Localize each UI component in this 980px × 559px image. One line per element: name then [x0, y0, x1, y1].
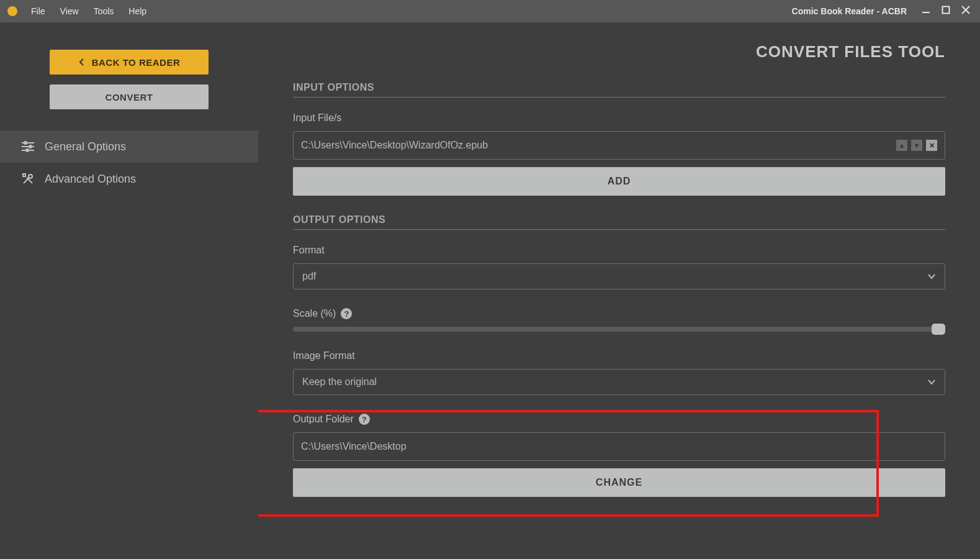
- back-to-reader-label: BACK TO READER: [92, 57, 181, 68]
- output-options-section: OUTPUT OPTIONS Format pdf Scale (%) ?: [293, 214, 945, 497]
- input-files-label: Input File/s: [293, 112, 945, 124]
- input-options-section: INPUT OPTIONS Input File/s C:\Users\Vinc…: [293, 82, 945, 196]
- svg-point-11: [29, 175, 32, 178]
- add-file-label: ADD: [608, 176, 631, 187]
- minimize-icon[interactable]: [922, 6, 930, 17]
- tools-icon: [21, 173, 35, 185]
- convert-label: CONVERT: [106, 92, 153, 102]
- menu-tools[interactable]: Tools: [86, 0, 122, 22]
- app-title: Comic Book Reader - ACBR: [792, 6, 907, 16]
- main-panel: CONVERT FILES TOOL INPUT OPTIONS Input F…: [258, 22, 980, 559]
- svg-point-7: [29, 145, 32, 148]
- chevron-left-icon: [78, 57, 86, 68]
- output-folder-label: Output Folder ?: [293, 414, 945, 425]
- help-icon[interactable]: ?: [341, 308, 352, 319]
- format-select[interactable]: pdf: [293, 263, 945, 289]
- sliders-icon: [21, 141, 35, 152]
- image-format-select[interactable]: Keep the original: [293, 369, 945, 395]
- image-format-label: Image Format: [293, 350, 945, 361]
- sidebar-item-advanced-options[interactable]: Advanced Options: [0, 163, 258, 195]
- input-options-header: INPUT OPTIONS: [293, 82, 945, 98]
- sidebar: BACK TO READER CONVERT General Options: [0, 22, 258, 559]
- scale-slider[interactable]: [293, 327, 945, 332]
- change-folder-label: CHANGE: [596, 477, 642, 488]
- svg-rect-1: [943, 7, 950, 14]
- input-file-row: C:\Users\Vince\Desktop\WizardOfOz.epub ▲…: [293, 131, 945, 160]
- svg-point-5: [24, 142, 27, 144]
- remove-file-icon[interactable]: ✕: [926, 140, 937, 151]
- move-down-icon[interactable]: ▼: [911, 140, 922, 151]
- sidebar-item-general-options[interactable]: General Options: [0, 130, 258, 163]
- page-title: CONVERT FILES TOOL: [756, 42, 945, 61]
- menu-view[interactable]: View: [53, 0, 86, 22]
- chevron-down-icon: [927, 376, 936, 388]
- help-icon[interactable]: ?: [359, 414, 370, 425]
- input-file-path: C:\Users\Vince\Desktop\WizardOfOz.epub: [301, 140, 896, 151]
- format-label: Format: [293, 245, 945, 256]
- chevron-down-icon: [927, 271, 936, 282]
- sidebar-item-label: General Options: [45, 140, 126, 153]
- output-folder-field[interactable]: C:\Users\Vince\Desktop: [293, 432, 945, 461]
- change-folder-button[interactable]: CHANGE: [293, 468, 945, 497]
- sidebar-item-label: Advanced Options: [45, 173, 136, 186]
- menu-help[interactable]: Help: [121, 0, 154, 22]
- output-options-header: OUTPUT OPTIONS: [293, 214, 945, 230]
- move-up-icon[interactable]: ▲: [896, 140, 907, 151]
- menu-file[interactable]: File: [24, 0, 53, 22]
- add-file-button[interactable]: ADD: [293, 167, 945, 196]
- titlebar: File View Tools Help Comic Book Reader -…: [0, 0, 980, 22]
- scale-label: Scale (%) ?: [293, 308, 945, 319]
- slider-thumb[interactable]: [932, 324, 945, 335]
- image-format-value: Keep the original: [302, 376, 927, 388]
- format-value: pdf: [302, 271, 927, 282]
- back-to-reader-button[interactable]: BACK TO READER: [50, 50, 209, 75]
- svg-rect-13: [23, 174, 25, 176]
- svg-point-9: [26, 149, 29, 152]
- menu-bar: File View Tools Help: [24, 0, 154, 22]
- app-icon: [7, 6, 17, 16]
- window-controls: [917, 6, 975, 17]
- close-icon[interactable]: [961, 6, 970, 17]
- convert-button[interactable]: CONVERT: [50, 84, 209, 109]
- maximize-icon[interactable]: [942, 6, 950, 17]
- output-folder-value: C:\Users\Vince\Desktop: [301, 441, 937, 452]
